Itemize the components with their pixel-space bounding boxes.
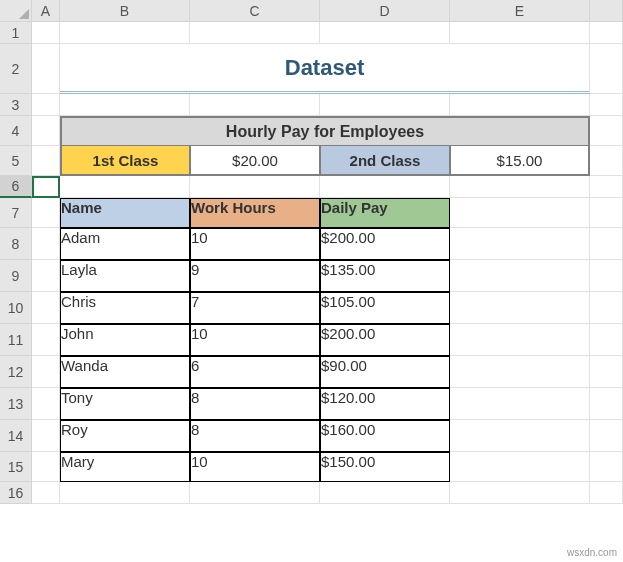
- class2-label[interactable]: 2nd Class: [320, 146, 450, 176]
- row-header-15[interactable]: 15: [0, 452, 32, 482]
- cell-E8[interactable]: [450, 228, 590, 260]
- th-hours[interactable]: Work Hours: [190, 198, 320, 228]
- cell-D16[interactable]: [320, 482, 450, 504]
- table-row[interactable]: $200.00: [320, 228, 450, 260]
- cell-C16[interactable]: [190, 482, 320, 504]
- table-row[interactable]: 8: [190, 388, 320, 420]
- cell-E16[interactable]: [450, 482, 590, 504]
- col-header-B[interactable]: B: [60, 0, 190, 22]
- table-row[interactable]: $160.00: [320, 420, 450, 452]
- cell-F3[interactable]: [590, 94, 623, 116]
- cell-B16[interactable]: [60, 482, 190, 504]
- cell-A15[interactable]: [32, 452, 60, 482]
- col-header-A[interactable]: A: [32, 0, 60, 22]
- table-row[interactable]: 10: [190, 452, 320, 482]
- cell-A10[interactable]: [32, 292, 60, 324]
- cell-F5[interactable]: [590, 146, 623, 176]
- cell-F10[interactable]: [590, 292, 623, 324]
- table-row[interactable]: Layla: [60, 260, 190, 292]
- class1-rate[interactable]: $20.00: [190, 146, 320, 176]
- table-row[interactable]: $120.00: [320, 388, 450, 420]
- cell-B6[interactable]: [60, 176, 190, 198]
- cell-F12[interactable]: [590, 356, 623, 388]
- cell-A6[interactable]: [32, 176, 60, 198]
- cell-F9[interactable]: [590, 260, 623, 292]
- cell-F16[interactable]: [590, 482, 623, 504]
- table-row[interactable]: Chris: [60, 292, 190, 324]
- cell-D1[interactable]: [320, 22, 450, 44]
- cell-F6[interactable]: [590, 176, 623, 198]
- cell-B3[interactable]: [60, 94, 190, 116]
- table-row[interactable]: 6: [190, 356, 320, 388]
- cell-E6[interactable]: [450, 176, 590, 198]
- cell-A3[interactable]: [32, 94, 60, 116]
- col-header-C[interactable]: C: [190, 0, 320, 22]
- table-row[interactable]: Wanda: [60, 356, 190, 388]
- row-header-10[interactable]: 10: [0, 292, 32, 324]
- row-header-13[interactable]: 13: [0, 388, 32, 420]
- cell-F14[interactable]: [590, 420, 623, 452]
- cell-A4[interactable]: [32, 116, 60, 146]
- table-row[interactable]: John: [60, 324, 190, 356]
- cell-C6[interactable]: [190, 176, 320, 198]
- row-header-6[interactable]: 6: [0, 176, 32, 198]
- cell-A16[interactable]: [32, 482, 60, 504]
- row-header-9[interactable]: 9: [0, 260, 32, 292]
- table-row[interactable]: Adam: [60, 228, 190, 260]
- row-header-1[interactable]: 1: [0, 22, 32, 44]
- class2-rate[interactable]: $15.00: [450, 146, 590, 176]
- cell-F2[interactable]: [590, 44, 623, 94]
- cell-A1[interactable]: [32, 22, 60, 44]
- table-row[interactable]: Mary: [60, 452, 190, 482]
- cell-C1[interactable]: [190, 22, 320, 44]
- cell-E11[interactable]: [450, 324, 590, 356]
- table-row[interactable]: 8: [190, 420, 320, 452]
- th-pay[interactable]: Daily Pay: [320, 198, 450, 228]
- cell-A7[interactable]: [32, 198, 60, 228]
- table-row[interactable]: $105.00: [320, 292, 450, 324]
- class1-label[interactable]: 1st Class: [60, 146, 190, 176]
- cell-E12[interactable]: [450, 356, 590, 388]
- table-row[interactable]: 9: [190, 260, 320, 292]
- table-row[interactable]: 7: [190, 292, 320, 324]
- row-header-8[interactable]: 8: [0, 228, 32, 260]
- cell-A13[interactable]: [32, 388, 60, 420]
- row-header-11[interactable]: 11: [0, 324, 32, 356]
- cell-F11[interactable]: [590, 324, 623, 356]
- cell-F13[interactable]: [590, 388, 623, 420]
- row-header-4[interactable]: 4: [0, 116, 32, 146]
- row-header-2[interactable]: 2: [0, 44, 32, 94]
- cell-D3[interactable]: [320, 94, 450, 116]
- cell-F1[interactable]: [590, 22, 623, 44]
- cell-E10[interactable]: [450, 292, 590, 324]
- cell-E1[interactable]: [450, 22, 590, 44]
- row-header-3[interactable]: 3: [0, 94, 32, 116]
- select-all-corner[interactable]: [0, 0, 32, 22]
- cell-F15[interactable]: [590, 452, 623, 482]
- cell-F8[interactable]: [590, 228, 623, 260]
- hourly-pay-header[interactable]: Hourly Pay for Employees: [60, 116, 590, 146]
- table-row[interactable]: $135.00: [320, 260, 450, 292]
- cell-A14[interactable]: [32, 420, 60, 452]
- cell-D6[interactable]: [320, 176, 450, 198]
- table-row[interactable]: Tony: [60, 388, 190, 420]
- cell-A9[interactable]: [32, 260, 60, 292]
- page-title[interactable]: Dataset: [60, 44, 590, 94]
- table-row[interactable]: $200.00: [320, 324, 450, 356]
- th-name[interactable]: Name: [60, 198, 190, 228]
- cell-E13[interactable]: [450, 388, 590, 420]
- row-header-12[interactable]: 12: [0, 356, 32, 388]
- cell-A2[interactable]: [32, 44, 60, 94]
- table-row[interactable]: $150.00: [320, 452, 450, 482]
- cell-F4[interactable]: [590, 116, 623, 146]
- row-header-14[interactable]: 14: [0, 420, 32, 452]
- cell-E9[interactable]: [450, 260, 590, 292]
- row-header-5[interactable]: 5: [0, 146, 32, 176]
- table-row[interactable]: Roy: [60, 420, 190, 452]
- cell-C3[interactable]: [190, 94, 320, 116]
- cell-E15[interactable]: [450, 452, 590, 482]
- table-row[interactable]: 10: [190, 324, 320, 356]
- cell-E14[interactable]: [450, 420, 590, 452]
- row-header-7[interactable]: 7: [0, 198, 32, 228]
- cell-F7[interactable]: [590, 198, 623, 228]
